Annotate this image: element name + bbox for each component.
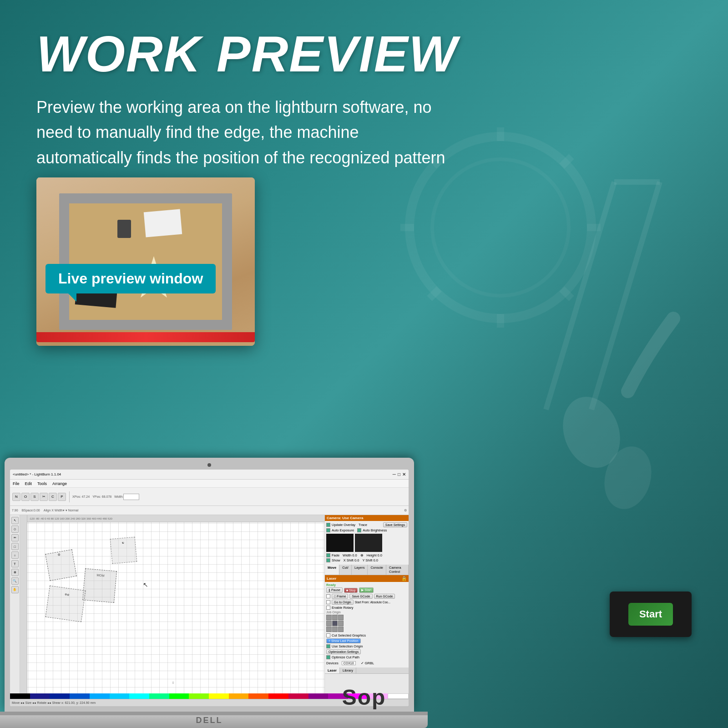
- canvas-axis-x: 0: [172, 681, 174, 684]
- lb-left-tools: ↖ ◇ ✏ □ ○ T ⊕ 🔍 ✋: [10, 515, 20, 693]
- tb-copy[interactable]: C: [49, 493, 57, 501]
- origin-tl[interactable]: [326, 615, 332, 620]
- btn-start[interactable]: ▶ Start: [359, 587, 374, 593]
- lb-title: <untitled> * - LightBurn 1.1.04: [13, 472, 389, 476]
- btn-save-settings[interactable]: Save Settings: [383, 522, 407, 527]
- tb-new[interactable]: N: [12, 493, 20, 501]
- job-origin-grid: [326, 615, 407, 632]
- bed-item-card: [144, 209, 182, 238]
- lb-toolbar: N O S ✂ C P XPos: 47.24 YPos: 68.078 Wid…: [10, 488, 409, 506]
- content-wrapper: WORK PREVIEW Preview the working area on…: [0, 0, 728, 728]
- btn-save-gcode[interactable]: Save GCode: [349, 594, 372, 599]
- machine-photo-inner: [36, 177, 255, 346]
- menu-edit[interactable]: Edit: [25, 481, 32, 486]
- job-origin-label: Job Origin: [326, 611, 407, 614]
- status-ready: Ready: [326, 583, 407, 586]
- laptop-brand-logo: DELL: [196, 716, 223, 725]
- tab-cuts[interactable]: Cut/: [339, 565, 352, 575]
- callout-label: Live preview window: [46, 264, 216, 293]
- origin-br[interactable]: [338, 627, 344, 632]
- check-fade[interactable]: [326, 553, 330, 557]
- devices-dropdown[interactable]: COX10: [342, 661, 356, 665]
- bottom-text-area: Sop: [0, 685, 728, 710]
- preview-box-2: [355, 534, 382, 552]
- tab-layers[interactable]: Layers: [352, 565, 368, 575]
- lb-canvas: -120 -80 -40 0 40 80 120 160 200 240 280…: [20, 515, 324, 693]
- tb-paste[interactable]: P: [58, 493, 66, 501]
- check-enable-rotary[interactable]: [326, 606, 330, 610]
- device-box: Start: [610, 592, 692, 637]
- origin-mc[interactable]: [332, 621, 338, 626]
- tb-width-input[interactable]: [123, 494, 139, 500]
- camera-preview-boxes: [326, 534, 407, 552]
- btn-go-origin[interactable]: Go to Origin: [332, 600, 354, 605]
- origin-tc[interactable]: [332, 615, 338, 620]
- tool-measure[interactable]: ⊕: [11, 569, 19, 576]
- design-item-1: ⚙: [45, 549, 77, 581]
- check-optimize-cut[interactable]: [326, 655, 330, 659]
- tool-select[interactable]: ↖: [11, 517, 19, 524]
- btn-pause[interactable]: ‖ Pause: [326, 587, 343, 593]
- tool-circle[interactable]: ○: [11, 551, 19, 559]
- btn-optimization[interactable]: Optimization Settings: [326, 649, 361, 654]
- rail-right: [222, 193, 232, 330]
- tab-camera[interactable]: Camera Control: [386, 565, 409, 575]
- sop-label: Sop: [342, 685, 386, 709]
- canvas-ruler-v: [20, 515, 27, 693]
- check-run[interactable]: [326, 600, 330, 604]
- check-update-overlay[interactable]: [326, 523, 330, 527]
- tool-node[interactable]: ◇: [11, 526, 19, 533]
- check-frame[interactable]: [326, 594, 330, 598]
- origin-bl[interactable]: [326, 627, 332, 632]
- check-use-selection[interactable]: [326, 644, 330, 648]
- origin-ml[interactable]: [326, 621, 332, 626]
- tab-laser[interactable]: Laser: [325, 667, 340, 673]
- btn-show-last-pos[interactable]: + Show Last Position: [326, 638, 361, 643]
- lightburn-ui: <untitled> * - LightBurn 1.1.04 ─ □ ✕ Fi…: [10, 470, 409, 706]
- tool-text[interactable]: T: [11, 560, 19, 567]
- callout-box: Live preview window: [46, 264, 216, 293]
- tab-console[interactable]: Console: [368, 565, 386, 575]
- rail-left: [59, 193, 69, 330]
- panel-camera-header: Camera: Use Camera: [325, 515, 409, 521]
- check-cut-selected[interactable]: [326, 633, 330, 637]
- canvas-ruler-h: -120 -80 -40 0 40 80 120 160 200 240 280…: [27, 515, 324, 522]
- tool-zoom[interactable]: 🔍: [11, 577, 19, 585]
- laptop-screen: <untitled> * - LightBurn 1.1.04 ─ □ ✕ Fi…: [10, 470, 409, 706]
- check-auto-brightness[interactable]: [357, 528, 361, 532]
- btn-stop[interactable]: ■ Stop: [344, 588, 358, 593]
- device-start-button[interactable]: Start: [628, 603, 673, 626]
- rail-top: [59, 193, 232, 203]
- tb-open[interactable]: O: [21, 493, 30, 501]
- origin-tr[interactable]: [338, 615, 344, 620]
- check-show[interactable]: [326, 558, 330, 562]
- check-auto-exposure[interactable]: [326, 528, 330, 532]
- origin-bc[interactable]: [332, 627, 338, 632]
- right-device: Start: [610, 592, 692, 637]
- header: WORK PREVIEW Preview the working area on…: [0, 0, 728, 205]
- tool-draw[interactable]: ✏: [11, 534, 19, 541]
- panel-tabs: Move Cut/ Layers Console Camera Control: [325, 565, 409, 575]
- menu-tools[interactable]: Tools: [37, 481, 47, 486]
- tab-move[interactable]: Move: [325, 565, 339, 575]
- origin-mr[interactable]: [338, 621, 344, 626]
- tab-library[interactable]: Library: [340, 667, 356, 673]
- design-item-3: ☯: [110, 537, 137, 564]
- tool-rect[interactable]: □: [11, 543, 19, 550]
- tool-pan[interactable]: ✋: [11, 586, 19, 593]
- machine-photo: [36, 177, 255, 346]
- btn-frame[interactable]: □ Frame: [332, 594, 348, 599]
- menu-arrange[interactable]: Arrange: [52, 481, 67, 486]
- lb-menubar: File Edit Tools Arrange: [10, 480, 409, 488]
- design-item-4: ✿✿: [46, 586, 86, 622]
- laptop-hinge: [0, 712, 428, 715]
- lb-right-panel: Camera: Use Camera Update Overlay Trace …: [324, 515, 409, 693]
- canvas-cursor: ↖: [143, 581, 148, 588]
- btn-run-gcode[interactable]: Run GCode: [374, 594, 395, 599]
- tb-cut[interactable]: ✂: [40, 493, 48, 501]
- menu-file[interactable]: File: [13, 481, 20, 486]
- design-item-2: MOM: [82, 568, 117, 603]
- tb-save[interactable]: S: [30, 493, 39, 501]
- laser-lib-tabs: Laser Library: [325, 667, 409, 674]
- laser-frame: [59, 193, 232, 330]
